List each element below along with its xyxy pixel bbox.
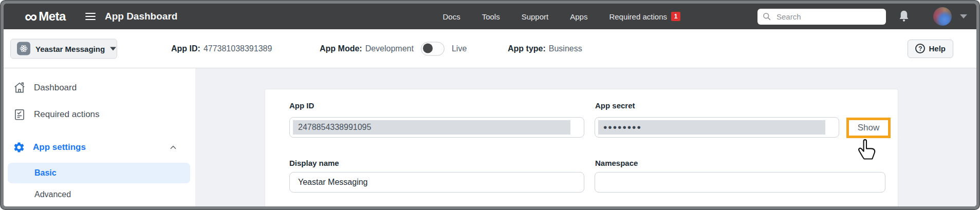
app-type-value: Business — [549, 44, 582, 53]
app-atom-icon — [17, 42, 30, 55]
app-mode-development-label: Development — [365, 44, 414, 53]
app-mode-group: App Mode: Development Live — [320, 42, 467, 55]
sidebar-item-label: Basic — [34, 168, 57, 178]
sidebar-item-app-settings[interactable]: App settings — [4, 132, 195, 163]
home-icon — [13, 81, 26, 94]
app-secret-field-label: App secret — [595, 101, 635, 110]
app-selector-dropdown[interactable]: Yeastar Messaging — [10, 39, 117, 59]
sidebar-item-dashboard[interactable]: Dashboard — [4, 74, 195, 101]
navbar-links: Docs Tools Support Apps Required actions… — [442, 12, 680, 21]
account-menu-chevron-icon[interactable] — [960, 14, 967, 18]
app-secret-field: •••••••• — [595, 117, 839, 138]
app-window: ∞ Meta App Dashboard Docs Tools Support … — [4, 4, 976, 206]
help-button-label: Help — [929, 44, 946, 53]
notifications-bell-icon[interactable] — [897, 9, 911, 24]
app-type-readout: App type: Business — [508, 44, 582, 53]
show-button[interactable]: Show — [855, 122, 883, 133]
app-id-value: 477381038391389 — [204, 44, 272, 53]
app-secret-field-value: •••••••• — [598, 120, 825, 135]
gear-icon — [13, 141, 25, 154]
required-actions-badge: 1 — [671, 12, 680, 21]
display-name-input[interactable] — [289, 172, 584, 193]
chevron-up-icon — [169, 143, 178, 152]
page-title: App Dashboard — [105, 11, 177, 22]
basic-settings-card: App ID 2478854338991095 App secret •••••… — [265, 89, 898, 206]
app-mode-live-label: Live — [452, 44, 467, 53]
sidebar-item-label: Advanced — [34, 190, 71, 199]
user-avatar[interactable] — [933, 7, 952, 26]
app-mode-label: App Mode: — [320, 44, 362, 53]
sidebar-item-basic[interactable]: Basic — [8, 163, 190, 183]
meta-brand-name: Meta — [39, 9, 66, 24]
app-selector-caret-icon — [110, 47, 116, 50]
search-input[interactable] — [775, 12, 881, 22]
app-mode-toggle[interactable] — [421, 42, 445, 55]
app-type-label: App type: — [508, 44, 546, 53]
search-box — [757, 9, 886, 25]
sidebar-item-label: Required actions — [34, 109, 100, 120]
search-icon — [763, 12, 771, 21]
display-name-field-label: Display name — [289, 159, 339, 167]
screenshot-frame: ∞ Meta App Dashboard Docs Tools Support … — [0, 0, 980, 210]
meta-infinity-icon: ∞ — [25, 9, 37, 24]
nav-link-docs[interactable]: Docs — [442, 12, 460, 21]
sidebar-item-label: App settings — [33, 142, 86, 152]
namespace-field-label: Namespace — [595, 159, 638, 167]
hamburger-menu-icon[interactable] — [85, 13, 96, 21]
checklist-icon — [13, 108, 26, 121]
meta-logo[interactable]: ∞ Meta — [25, 9, 66, 24]
nav-link-support[interactable]: Support — [522, 12, 549, 21]
help-button[interactable]: ? Help — [908, 40, 953, 58]
top-navbar: ∞ Meta App Dashboard Docs Tools Support … — [4, 4, 976, 29]
nav-link-required-actions[interactable]: Required actions 1 — [609, 12, 680, 21]
namespace-input[interactable] — [595, 172, 885, 193]
show-button-highlight-annotation: Show — [846, 118, 891, 138]
app-id-label: App ID: — [171, 44, 200, 53]
nav-link-apps[interactable]: Apps — [570, 12, 587, 21]
app-id-field: 2478854338991095 — [289, 117, 584, 138]
toggle-knob — [423, 44, 433, 53]
selected-app-name: Yeastar Messaging — [35, 44, 105, 53]
question-circle-icon: ? — [915, 44, 925, 53]
sidebar-item-required-actions[interactable]: Required actions — [4, 101, 195, 128]
app-toolbar: Yeastar Messaging App ID: 47738103839138… — [4, 29, 976, 68]
app-id-field-value: 2478854338991095 — [293, 120, 570, 135]
sidebar: Dashboard Required actions App sett — [4, 68, 195, 206]
app-id-readout: App ID: 477381038391389 — [171, 44, 272, 53]
app-id-field-label: App ID — [289, 101, 314, 110]
hand-cursor-icon — [854, 137, 879, 161]
nav-link-tools[interactable]: Tools — [482, 12, 500, 21]
sidebar-item-label: Dashboard — [34, 83, 77, 93]
main-panel: App ID 2478854338991095 App secret •••••… — [195, 68, 976, 206]
sidebar-item-advanced[interactable]: Advanced — [4, 183, 195, 206]
content-area: Dashboard Required actions App sett — [4, 68, 976, 206]
